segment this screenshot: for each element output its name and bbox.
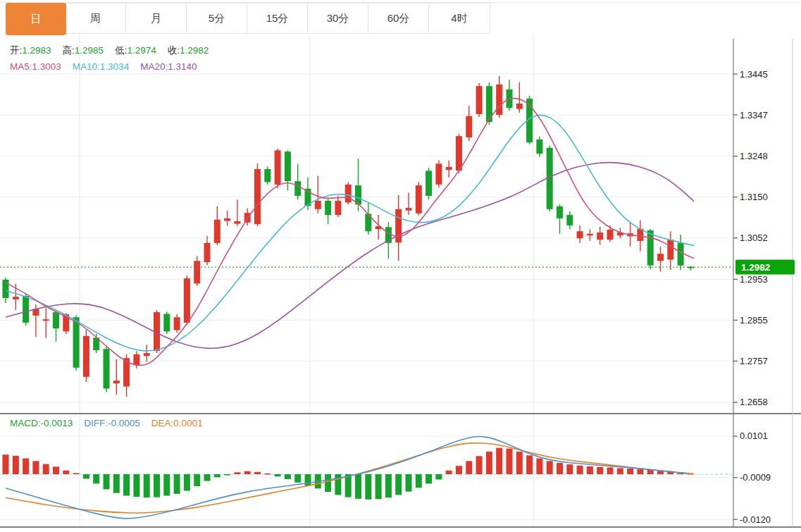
tab-月[interactable]: 月: [126, 4, 187, 33]
macd-hist-bar: [547, 461, 553, 474]
candle-body: [194, 261, 200, 283]
macd-hist-bar: [214, 474, 221, 477]
macd-hist-bar: [254, 472, 261, 474]
macd-hist-bar: [13, 456, 19, 474]
candle-body: [83, 336, 89, 377]
macd-hist-bar: [566, 464, 573, 474]
ohlc-label: 开:: [10, 45, 22, 56]
macd-hist-bar: [275, 474, 281, 476]
tab-4时[interactable]: 4时: [429, 4, 490, 33]
ohlc-value: 1.2974: [127, 45, 156, 56]
candle-body: [275, 150, 281, 185]
macd-hist-bar: [637, 469, 643, 474]
ohlc-label: 收:: [168, 45, 180, 56]
ohlc-value: 1.2982: [180, 45, 209, 56]
candle-body: [456, 136, 462, 171]
candle-body: [23, 296, 29, 323]
macd-value: -0.0013: [41, 418, 73, 428]
price-axis-label: 1.2658: [740, 397, 768, 407]
candle-body: [516, 104, 523, 109]
macd-hist-bar: [325, 474, 331, 492]
candle-body: [566, 215, 573, 225]
macd-hist-bar: [375, 474, 382, 499]
macd-hist-bar: [446, 471, 452, 474]
macd-hist-bar: [174, 474, 180, 494]
tab-周[interactable]: 周: [66, 4, 126, 33]
macd-hist-bar: [123, 474, 130, 496]
price-axis-label: 1.3248: [740, 151, 768, 161]
tab-15分[interactable]: 15分: [247, 4, 308, 33]
candle-body: [416, 185, 422, 214]
macd-hist-bar: [104, 474, 110, 489]
macd-hist-bar: [93, 474, 99, 483]
price-chart[interactable]: 1.34451.33471.32481.31501.30521.29531.28…: [0, 0, 801, 532]
macd-hist-bar: [53, 466, 59, 474]
candle-body: [204, 243, 211, 262]
ma-value: 1.3034: [100, 61, 129, 72]
ohlc-item: 低:1.2974: [115, 45, 156, 56]
macd-axis-label: 0.0101: [740, 431, 768, 441]
candle-body: [3, 280, 9, 298]
candle-body: [294, 181, 301, 196]
macd-hist-bar: [406, 474, 412, 492]
macd-hist-bar: [557, 463, 563, 474]
candle-body: [184, 278, 190, 323]
macd-item: DEA:0.0001: [151, 418, 203, 428]
candle-body: [73, 317, 80, 368]
macd-hist-bar: [416, 474, 422, 488]
candle-body: [234, 221, 240, 224]
macd-hist-bar: [426, 474, 432, 483]
macd-hist-bar: [184, 474, 190, 491]
ma-label: MA10:: [73, 61, 100, 72]
tab-5分[interactable]: 5分: [187, 4, 247, 33]
price-axis-label: 1.2757: [740, 356, 768, 366]
candle-body: [254, 169, 261, 224]
macd-hist-bar: [627, 469, 633, 474]
tab-30分[interactable]: 30分: [308, 4, 368, 33]
ohlc-item: 开:1.2983: [10, 45, 51, 56]
macd-hist-bar: [163, 474, 170, 496]
ohlc-readout: 开:1.2983高:1.2985低:1.2974收:1.2982: [10, 44, 220, 57]
macd-item: DIFF:-0.0005: [84, 418, 140, 428]
candle-body: [315, 201, 321, 209]
macd-hist-bar: [385, 474, 392, 497]
candle-body: [335, 201, 341, 215]
candle-body: [446, 167, 452, 170]
ohlc-value: 1.2983: [22, 45, 51, 56]
candle-body: [597, 233, 603, 240]
tab-60分[interactable]: 60分: [368, 4, 429, 33]
macd-hist-bar: [285, 474, 291, 479]
macd-hist-bar: [23, 459, 29, 475]
macd-hist-bar: [83, 474, 89, 478]
macd-hist-bar: [607, 467, 614, 474]
macd-label: DEA:: [151, 418, 174, 428]
tab-日[interactable]: 日: [6, 3, 66, 35]
candle-body: [144, 353, 150, 356]
current-price-tag-value: 1.2982: [741, 262, 770, 273]
price-axis-label: 1.2953: [740, 274, 768, 285]
price-axis-label: 1.2855: [740, 315, 768, 326]
macd-hist-bar: [496, 448, 502, 474]
candle-body: [557, 206, 563, 218]
macd-hist-bar: [345, 474, 352, 497]
macd-hist-bar: [43, 464, 49, 474]
ohlc-item: 收:1.2982: [168, 45, 209, 56]
ma-item: MA20:1.3140: [140, 61, 197, 72]
macd-readout: MACD:-0.0013DIFF:-0.0005DEA:0.0001: [10, 418, 214, 428]
macd-hist-bar: [194, 474, 200, 486]
macd-hist-bar: [63, 471, 69, 474]
ma-label: MA5:: [10, 61, 32, 72]
candle-body: [163, 314, 170, 332]
candle-body: [104, 349, 110, 388]
ohlc-label: 高:: [63, 45, 75, 56]
candle-body: [325, 201, 331, 215]
candle-body: [13, 297, 19, 299]
macd-hist-bar: [32, 461, 39, 474]
candle-body: [587, 234, 593, 235]
macd-label: MACD:: [10, 418, 41, 428]
macd-hist-bar: [597, 467, 603, 474]
macd-hist-bar: [435, 474, 442, 480]
candle-body: [496, 85, 502, 115]
candle-body: [345, 185, 352, 203]
timeframe-tabbar: 日周月5分15分30分60分4时: [6, 3, 490, 34]
